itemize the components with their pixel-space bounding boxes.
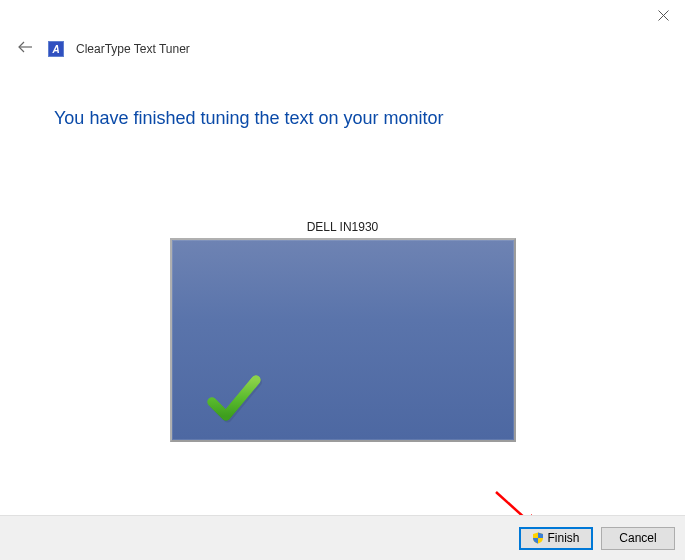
shield-icon xyxy=(532,532,544,544)
monitor-preview xyxy=(170,238,516,442)
app-icon xyxy=(48,41,64,57)
arrow-left-icon xyxy=(17,40,33,54)
footer-bar: Finish Cancel xyxy=(0,515,685,560)
page-title: You have finished tuning the text on you… xyxy=(54,108,444,129)
close-button[interactable] xyxy=(655,8,671,24)
header-bar: ClearType Text Tuner xyxy=(14,38,190,59)
cancel-button[interactable]: Cancel xyxy=(601,527,675,550)
back-button[interactable] xyxy=(14,38,36,59)
cancel-button-label: Cancel xyxy=(619,531,656,545)
window-title: ClearType Text Tuner xyxy=(76,42,190,56)
finish-button[interactable]: Finish xyxy=(519,527,593,550)
monitor-name-label: DELL IN1930 xyxy=(0,220,685,234)
checkmark-icon xyxy=(206,370,262,426)
finish-button-label: Finish xyxy=(547,531,579,545)
close-icon xyxy=(658,10,669,21)
